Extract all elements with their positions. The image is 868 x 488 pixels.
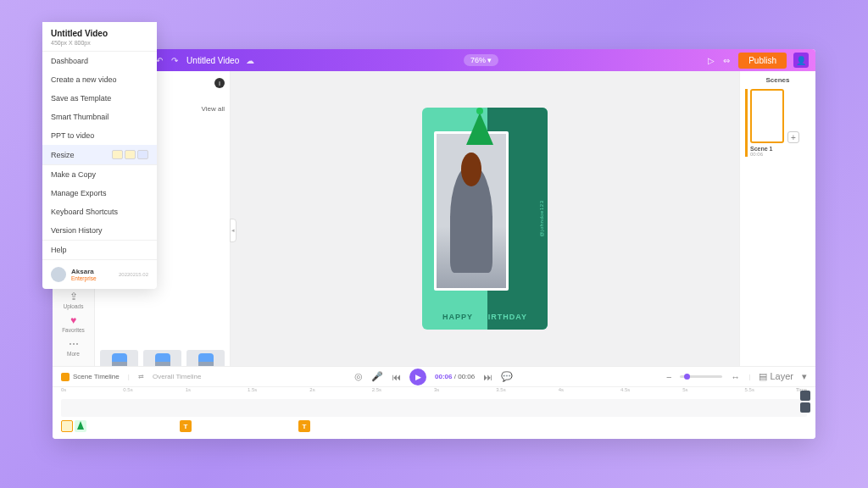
zoom-slider[interactable]	[680, 375, 722, 378]
file-menu-dropdown: Untitled Video 450px X 800px Dashboard C…	[53, 49, 157, 289]
layer-button[interactable]: ▤ Layer	[759, 371, 793, 382]
cloud-icon: ☁	[246, 56, 254, 65]
timeline-items: T T	[61, 420, 807, 435]
menu-dashboard[interactable]: Dashboard	[53, 52, 157, 70]
photo-frame[interactable]	[434, 131, 509, 291]
tab-scene-timeline[interactable]: Scene Timeline	[61, 373, 120, 381]
view-all-link[interactable]: View all	[202, 105, 225, 113]
badge-count: i	[214, 78, 225, 88]
uploads-icon: ⇪	[70, 291, 78, 302]
app-window: File Tutorials▾ ↶ ↷ Untitled Video ☁ 76%…	[53, 49, 815, 439]
mic-icon[interactable]: 🎤	[371, 371, 383, 382]
menu-create-new[interactable]: Create a new video	[53, 70, 157, 89]
timeline-ruler[interactable]: 0s0.5s 1s1.5s 2s2.5s 3s3.5s 4s4.5s 5s5.5…	[53, 387, 815, 397]
tab-label: Scene Timeline	[73, 373, 120, 380]
menu-resize[interactable]: Resize	[53, 145, 157, 164]
social-handle: @johndoe123	[539, 201, 544, 237]
scene-time: 00:06	[750, 152, 784, 157]
camera-icon[interactable]: ◎	[354, 371, 363, 382]
chevron-down-icon[interactable]: ▾	[802, 371, 807, 382]
redo-icon[interactable]: ↷	[171, 56, 178, 65]
chat-icon[interactable]: 💬	[501, 371, 513, 382]
resize-preset-icons	[112, 150, 148, 159]
zoom-in-icon[interactable]: ↔	[731, 372, 740, 382]
timeline-item-text[interactable]: T	[180, 420, 192, 432]
zoom-value: 76%	[470, 56, 486, 64]
card-caption[interactable]: HAPPY BIRTHDAY	[422, 313, 548, 321]
tab-overall-timeline[interactable]: ⇄ Overall Timeline	[138, 373, 202, 380]
skip-forward-icon[interactable]: ⏭	[483, 372, 492, 382]
rail-uploads[interactable]: ⇪Uploads	[53, 288, 94, 312]
play-button[interactable]: ▶	[409, 369, 426, 385]
undo-icon[interactable]: ↶	[156, 56, 163, 65]
rail-more[interactable]: ⋯More	[53, 336, 94, 359]
add-scene-button[interactable]: +	[787, 131, 799, 143]
caption-right: BIRTHDAY	[481, 313, 527, 321]
timeline-track[interactable]	[61, 399, 807, 417]
tab-square-icon	[61, 373, 70, 381]
account-avatar	[53, 267, 66, 282]
menu-make-copy[interactable]: Make a Copy	[53, 165, 157, 184]
timeline-item-text[interactable]: T	[298, 420, 310, 432]
zoom-out-icon[interactable]: −	[666, 372, 671, 382]
menu-keyboard-shortcuts[interactable]: Keyboard Shortcuts	[53, 202, 157, 221]
rail-label: Uploads	[64, 303, 84, 309]
aspect-icon[interactable]	[112, 150, 123, 159]
rail-label: More	[67, 351, 80, 357]
timeline-item-bg[interactable]	[61, 420, 73, 432]
playhead-time: 00:06 / 00:06	[435, 373, 475, 380]
share-icon[interactable]: ⇔	[723, 56, 730, 65]
zoom-level[interactable]: 76% ▾	[464, 54, 499, 66]
topbar: File Tutorials▾ ↶ ↷ Untitled Video ☁ 76%…	[53, 49, 815, 71]
rail-label: Favorites	[62, 327, 85, 333]
scene-label: Scene 1	[750, 146, 784, 152]
skip-back-icon[interactable]: ⏮	[392, 372, 401, 382]
scenes-panel: Scenes Scene 1 00:06 +	[739, 71, 815, 366]
menu-manage-exports[interactable]: Manage Exports	[53, 184, 157, 202]
menu-help[interactable]: Help	[53, 241, 157, 259]
scenes-title: Scenes	[745, 76, 810, 84]
rail-favorites[interactable]: ♥Favorites	[53, 312, 94, 336]
timeline: Scene Timeline | ⇄ Overall Timeline ◎ 🎤 …	[53, 366, 815, 439]
sliders-icon: ⇄	[138, 373, 144, 380]
timeline-item-hat[interactable]	[75, 420, 86, 432]
project-title[interactable]: Untitled Video	[186, 56, 239, 65]
account-name: Aksara	[71, 268, 97, 275]
video-card[interactable]: @johndoe123 HAPPY BIRTHDAY	[422, 108, 548, 330]
app-version: 20220215.02	[119, 272, 148, 277]
menu-ppt-to-video[interactable]: PPT to video	[53, 126, 157, 145]
menu-version-history[interactable]: Version History	[53, 221, 157, 240]
account-plan: Enterprise	[71, 275, 97, 281]
tab-label: Overall Timeline	[153, 373, 201, 380]
account-row[interactable]: Aksara Enterprise 20220215.02	[53, 259, 157, 289]
timeline-add-button[interactable]	[800, 391, 810, 401]
canvas[interactable]: ◂ @johndoe123 HAPPY BIRTHDAY	[231, 71, 739, 366]
more-icon: ⋯	[69, 338, 79, 350]
aspect-icon[interactable]	[137, 150, 148, 159]
menu-save-template[interactable]: Save as Template	[53, 89, 157, 108]
layer-label: Layer	[770, 371, 793, 381]
aspect-icon[interactable]	[125, 150, 136, 159]
panel-collapse-handle[interactable]: ◂	[230, 219, 236, 242]
timeline-remove-button[interactable]	[800, 402, 810, 413]
publish-button[interactable]: Publish	[738, 53, 787, 69]
scene-thumb[interactable]	[750, 89, 784, 143]
party-hat-icon[interactable]	[466, 113, 493, 145]
user-avatar[interactable]: 👤	[793, 53, 809, 68]
heart-icon: ♥	[70, 314, 76, 326]
preview-icon[interactable]: ▷	[708, 56, 715, 65]
caption-left: HAPPY	[442, 313, 473, 321]
menu-smart-thumbnail[interactable]: Smart Thumbnail	[53, 108, 157, 126]
